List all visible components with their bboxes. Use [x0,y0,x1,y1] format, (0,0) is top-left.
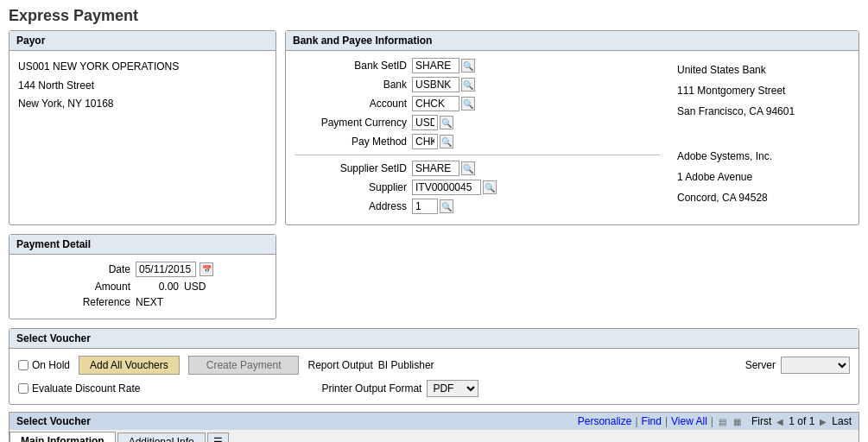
sv-table-title: Select Voucher [16,415,91,427]
bank-address1: 111 Montgomery Street [677,80,850,101]
bank-setid-input[interactable] [412,58,459,73]
bank-setid-search-btn[interactable]: 🔍 [461,59,475,73]
server-select[interactable] [781,357,850,374]
page-title: Express Payment [0,0,868,30]
last-label: Last [832,415,852,427]
tab-icon-btn[interactable]: ​​☰ [207,433,229,443]
supplier-input[interactable] [412,180,481,195]
reference-value: NEXT [136,296,163,308]
amount-label: Amount [18,281,130,293]
first-label: First [751,415,771,427]
tabs-row: Main Information Additional Info ​​☰ [9,430,859,442]
create-payment-btn[interactable]: Create Payment [188,356,300,375]
on-hold-label: On Hold [32,359,70,371]
on-hold-checkbox[interactable] [18,360,29,370]
bank-name: United States Bank [677,60,850,80]
payor-address2: New York, NY 10168 [18,95,267,114]
printer-format-select[interactable]: PDF HTML RTF [427,380,478,397]
payor-header: Payor [10,31,276,51]
grid-view-btn[interactable]: ▤ [717,416,728,427]
payment-currency-search-btn[interactable]: 🔍 [440,116,453,129]
amount-currency: USD [184,281,206,293]
account-search-btn[interactable]: 🔍 [461,97,475,110]
bank-panel: Bank and Payee Information Bank SetID 🔍 [285,30,859,225]
personalize-link[interactable]: Personalize [578,415,632,427]
account-label: Account [295,98,407,110]
date-input[interactable] [136,262,196,277]
select-voucher-controls-panel: Select Voucher On Hold Add All Vouchers … [9,328,859,405]
bank-label: Bank [295,79,407,91]
amount-value: 0.00 [136,281,179,293]
date-label: Date [18,263,130,275]
calendar-btn[interactable]: 📅 [200,262,213,276]
select-voucher-table-panel: Select Voucher Personalize | Find | View… [9,412,859,442]
supplier-setid-input[interactable] [412,161,459,176]
chart-view-btn[interactable]: ▦ [732,416,743,427]
next-page-btn[interactable]: ▶ [818,416,828,427]
evaluate-discount-checkbox[interactable] [18,383,29,394]
view-all-link[interactable]: View All [671,415,707,427]
payment-currency-input[interactable] [412,115,438,130]
bank-setid-label: Bank SetID [295,60,407,72]
payment-detail-header: Payment Detail [10,235,276,255]
payor-name: US001 NEW YORK OPERATIONS [18,58,267,77]
bank-address2: San Francisco, CA 94601 [677,101,850,122]
supplier-setid-search-btn[interactable]: 🔍 [461,161,475,175]
supplier-address1: 1 Adobe Avenue [677,167,850,187]
printer-output-label: Printer Output Format [321,382,421,395]
pay-method-search-btn[interactable]: 🔍 [440,135,453,148]
tab-additional-info[interactable]: Additional Info [117,433,206,443]
prev-page-btn[interactable]: ◀ [775,416,785,427]
account-input[interactable] [412,96,459,111]
evaluate-discount-checkbox-label[interactable]: Evaluate Discount Rate [18,382,140,395]
reference-label: Reference [18,296,130,308]
pay-method-input[interactable] [412,134,438,149]
supplier-label: Supplier [295,181,407,193]
address-input[interactable] [412,199,438,214]
server-label: Server [745,359,776,371]
payor-address1: 144 North Street [18,77,267,96]
bank-search-btn[interactable]: 🔍 [461,78,475,92]
evaluate-discount-label: Evaluate Discount Rate [32,382,140,395]
address-search-btn[interactable]: 🔍 [440,199,453,213]
report-output-label: Report Output [307,359,372,371]
add-all-vouchers-btn[interactable]: Add All Vouchers [79,356,180,375]
page-info: 1 of 1 [789,415,814,427]
payment-detail-panel: Payment Detail Date 📅 Amount 0.00 USD [9,234,276,319]
supplier-address2: Concord, CA 94528 [677,187,850,208]
tab-main-information[interactable]: Main Information [10,432,116,442]
address-label: Address [295,200,407,212]
find-link[interactable]: Find [642,415,662,427]
report-output-value: BI Publisher [378,359,434,371]
payment-currency-label: Payment Currency [295,117,407,129]
bank-header: Bank and Payee Information [286,31,858,51]
supplier-setid-label: Supplier SetID [295,162,407,174]
supplier-search-btn[interactable]: 🔍 [483,180,497,194]
payor-panel: Payor US001 NEW YORK OPERATIONS 144 Nort… [9,30,276,225]
select-voucher-controls-header: Select Voucher [10,329,858,349]
on-hold-checkbox-label[interactable]: On Hold [18,359,70,371]
pay-method-label: Pay Method [295,136,407,148]
bank-input[interactable] [412,77,459,92]
supplier-name: Adobe Systems, Inc. [677,146,850,167]
